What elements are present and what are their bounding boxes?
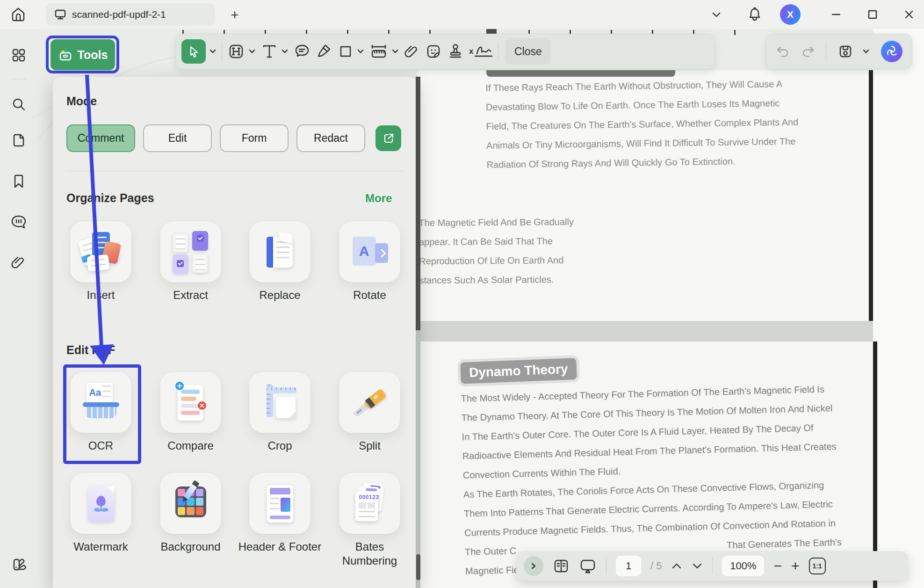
page-number-input[interactable]: 1 <box>616 556 641 576</box>
tool-tile-ocr[interactable]: Aa OCR <box>71 372 131 433</box>
chevron-down-icon <box>692 562 703 570</box>
actual-size-button[interactable]: 1:1 <box>809 558 826 574</box>
header-footer-icon <box>259 483 301 525</box>
sidebar-attachments-button[interactable] <box>10 254 27 271</box>
close-tools-button[interactable]: Close <box>505 38 550 65</box>
open-in-new-window-button[interactable] <box>375 125 401 151</box>
document-tab[interactable]: scanned-pdf-updf-2-1 <box>46 3 215 26</box>
sidebar-theme-button[interactable] <box>10 556 27 573</box>
edit-pdf-label: Edit PDF <box>66 343 115 357</box>
mode-form-button[interactable]: Form <box>220 124 289 152</box>
measure-tool-button[interactable] <box>369 43 388 60</box>
save-dropdown[interactable] <box>862 49 870 54</box>
undo-button[interactable] <box>776 45 790 58</box>
previous-page-button[interactable] <box>671 562 682 570</box>
redo-button[interactable] <box>801 45 815 58</box>
zoom-level-input[interactable]: 100% <box>722 556 764 576</box>
user-avatar[interactable]: X <box>780 4 801 25</box>
rotate-icon-letter: A <box>353 237 376 266</box>
redo-icon <box>801 45 815 58</box>
tool-tile-compare[interactable]: Compare <box>160 372 221 433</box>
ai-assistant-button[interactable] <box>881 41 902 62</box>
app-window: If These Rays Reach The Earth Without Ob… <box>0 0 924 588</box>
panel-scrollbar-track[interactable] <box>416 330 420 588</box>
select-tool-button[interactable] <box>181 39 206 64</box>
mode-edit-button[interactable]: Edit <box>143 124 212 152</box>
tool-tile-split[interactable]: Split <box>339 372 400 433</box>
replace-icon <box>259 231 301 273</box>
expand-bar-button[interactable] <box>524 556 543 576</box>
main-toolbar: x Close <box>175 34 715 69</box>
page1-paragraph: If These Rays Reach The Earth Without Ob… <box>485 74 799 174</box>
bates-numbering-icon: 000123 <box>349 483 391 525</box>
notifications-button[interactable] <box>744 0 765 29</box>
zoom-in-button[interactable]: + <box>791 558 800 574</box>
heading-tool-dropdown[interactable] <box>248 49 256 54</box>
tool-tile-background[interactable]: Background <box>160 473 221 534</box>
text-tool-dropdown[interactable] <box>281 49 289 54</box>
new-tab-button[interactable]: + <box>225 6 244 24</box>
ocr-icon: Aa <box>80 382 122 424</box>
comments-icon <box>10 214 27 230</box>
external-link-icon <box>383 132 395 145</box>
toolbar-divider <box>826 43 826 60</box>
toolbar-divider <box>498 43 498 60</box>
heading-tool-button[interactable] <box>227 43 245 60</box>
close-icon <box>903 9 915 20</box>
zoom-out-button[interactable]: − <box>773 558 782 574</box>
shape-tool-dropdown[interactable] <box>357 49 364 54</box>
sidebar-search-button[interactable] <box>10 96 27 113</box>
save-button[interactable] <box>837 44 853 59</box>
shape-tool-button[interactable] <box>338 44 354 59</box>
tool-tile-insert[interactable]: Insert <box>71 222 131 282</box>
mode-comment-button[interactable]: Comment <box>66 124 135 152</box>
next-page-button[interactable] <box>692 562 703 570</box>
heading-icon <box>227 43 245 60</box>
sidebar-pages-button[interactable] <box>10 132 27 149</box>
tool-tile-replace[interactable]: Replace <box>250 222 310 282</box>
page-layout-button[interactable] <box>553 558 570 574</box>
bates-number-text: 000123 <box>359 494 379 501</box>
cursor-icon <box>187 45 200 58</box>
tool-tile-crop[interactable]: Crop <box>250 372 310 433</box>
page-edge-strip <box>416 77 420 330</box>
presentation-button[interactable] <box>579 558 597 574</box>
highlighter-tool-button[interactable] <box>316 43 332 60</box>
select-tool-dropdown[interactable] <box>209 49 217 54</box>
tool-tile-header-footer[interactable]: Header & Footer <box>250 473 310 534</box>
app-backdrop <box>873 29 924 588</box>
minimize-button[interactable] <box>826 0 846 29</box>
tool-tile-extract[interactable]: Extract <box>160 222 221 282</box>
comment-tool-button[interactable] <box>294 43 310 60</box>
tool-tile-bates[interactable]: 000123 Bates Numbering <box>339 473 400 534</box>
highlighter-icon <box>316 43 332 60</box>
signature-icon <box>474 44 493 59</box>
stamp-tool-button[interactable] <box>447 43 464 60</box>
close-window-button[interactable] <box>899 0 919 29</box>
rotate-icon: A <box>349 231 391 273</box>
extract-icon <box>170 231 212 273</box>
maximize-icon <box>867 9 878 20</box>
stamp-icon <box>447 43 464 60</box>
tool-tile-rotate[interactable]: A Rotate <box>339 222 400 282</box>
tool-tile-watermark[interactable]: Watermark <box>71 473 131 534</box>
titlebar-dropdown-button[interactable] <box>707 0 726 29</box>
sticker-tool-button[interactable] <box>425 43 442 60</box>
signature-tool-button[interactable]: x <box>469 44 493 59</box>
background-icon <box>170 483 212 525</box>
more-link[interactable]: More <box>365 192 392 205</box>
sidebar-bookmarks-button[interactable] <box>10 173 27 190</box>
tools-button[interactable]: Tools <box>51 39 115 70</box>
maximize-button[interactable] <box>862 0 883 29</box>
attach-tool-button[interactable] <box>404 44 420 59</box>
measure-tool-dropdown[interactable] <box>391 49 399 54</box>
mode-redact-button[interactable]: Redact <box>296 124 365 152</box>
text-tool-button[interactable] <box>261 43 278 60</box>
panel-scrollbar-thumb[interactable] <box>416 554 420 580</box>
sidebar-thumbnails-button[interactable] <box>10 47 27 64</box>
palette-icon <box>10 556 27 573</box>
sidebar-comments-button[interactable] <box>10 213 27 230</box>
bookmark-icon <box>11 174 27 189</box>
home-button[interactable] <box>7 4 29 25</box>
comment-icon <box>294 43 310 60</box>
